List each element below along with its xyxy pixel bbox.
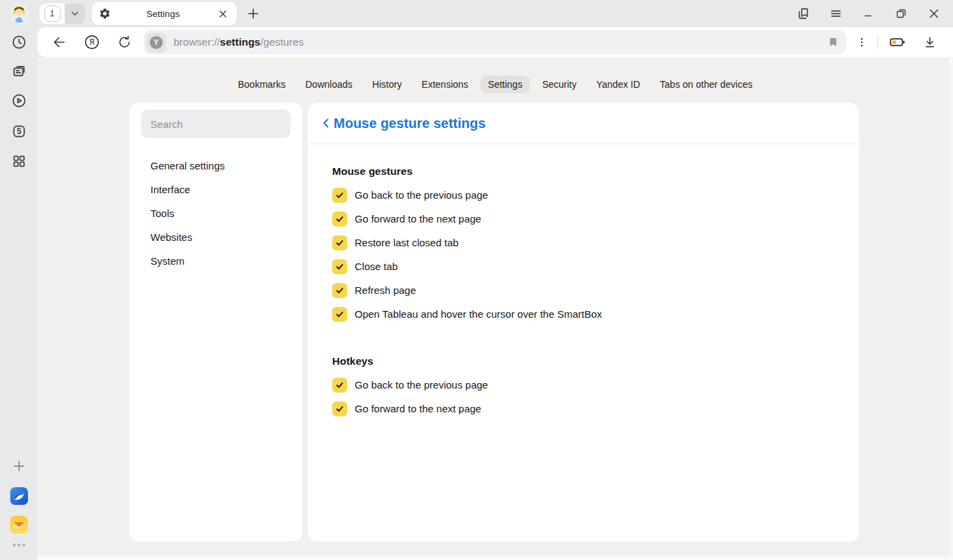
tab-count-icon: 5: [11, 123, 27, 139]
yandex-browser-app-button[interactable]: [10, 487, 28, 505]
chevron-down-icon: [70, 9, 80, 18]
checkmark-icon: [335, 214, 344, 224]
settings-menu-item[interactable]: General settings: [141, 154, 291, 178]
apps-grid-button[interactable]: [11, 153, 27, 169]
browser-toolbar: Я Y browser://settings/gestures: [37, 27, 953, 57]
checkbox-label: Refresh page: [355, 284, 416, 296]
checkbox-checked[interactable]: [332, 307, 347, 322]
kebab-icon: [856, 36, 868, 48]
settings-nav-tab[interactable]: Downloads: [298, 76, 360, 93]
tab-strip: 1 Settings: [37, 0, 953, 27]
close-icon: [927, 7, 941, 20]
tab-group-control[interactable]: 1: [39, 3, 85, 24]
close-window-button[interactable]: [918, 1, 950, 27]
settings-menu-item[interactable]: System: [141, 249, 291, 273]
yandex-browser-icon: [10, 487, 28, 505]
bookmark-page-button[interactable]: [827, 36, 839, 48]
tab-group-dropdown[interactable]: [65, 3, 85, 24]
window-controls: [787, 1, 953, 27]
tab-group-count[interactable]: 1: [39, 3, 65, 24]
checkmark-icon: [335, 380, 344, 390]
option-row: Go back to the previous page: [332, 183, 835, 207]
search-input[interactable]: [141, 110, 291, 138]
rail-add-button[interactable]: [11, 458, 27, 474]
rail-more-button[interactable]: [12, 542, 27, 548]
settings-menu-item[interactable]: Interface: [141, 178, 291, 201]
settings-menu-item[interactable]: Websites: [141, 225, 291, 249]
site-badge[interactable]: Y: [146, 33, 166, 52]
mail-icon: [10, 516, 28, 533]
settings-nav-tab[interactable]: Settings: [481, 76, 530, 93]
tab-count-badge: 1: [44, 5, 61, 22]
checkbox-checked[interactable]: [332, 188, 347, 203]
history-button[interactable]: [11, 34, 27, 50]
checkbox-label: Close tab: [355, 261, 398, 272]
grid-icon: [11, 153, 27, 169]
url-host: settings: [220, 36, 260, 48]
section-heading-hotkeys: Hotkeys: [332, 355, 835, 368]
video-button[interactable]: [11, 93, 27, 109]
panel-bookmark-icon: [796, 6, 811, 21]
new-tab-button[interactable]: [243, 3, 263, 24]
option-row: Refresh page: [332, 278, 835, 302]
settings-nav-tab[interactable]: Bookmarks: [230, 76, 293, 93]
refresh-button[interactable]: [108, 29, 141, 55]
settings-menu: General settingsInterfaceToolsWebsitesSy…: [141, 154, 291, 273]
option-row: Close tab: [332, 254, 835, 278]
restore-button[interactable]: [885, 1, 918, 27]
restore-icon: [894, 7, 908, 20]
tab-close-button[interactable]: [215, 6, 230, 21]
settings-nav-tab[interactable]: History: [365, 76, 410, 93]
minimize-button[interactable]: [852, 1, 885, 27]
checkbox-checked[interactable]: [332, 212, 347, 227]
address-bar[interactable]: Y browser://settings/gestures: [144, 30, 846, 54]
bookmark-flag-icon: [827, 36, 839, 48]
checkbox-checked[interactable]: [332, 401, 347, 416]
profile-avatar[interactable]: [9, 3, 29, 24]
checkbox-label: Go forward to the next page: [355, 403, 481, 414]
scrollbar-track[interactable]: [950, 57, 953, 560]
option-row: Go forward to the next page: [332, 397, 835, 421]
feed-button[interactable]: [11, 63, 27, 80]
yandex-home-button[interactable]: Я: [76, 29, 108, 55]
close-icon: [219, 10, 227, 18]
url-text[interactable]: browser://settings/gestures: [174, 36, 827, 48]
tab-count-button[interactable]: 5: [11, 123, 27, 139]
toolbar-more-button[interactable]: [849, 29, 875, 55]
browser-window: 5: [0, 0, 953, 560]
back-to-settings-button[interactable]: [319, 114, 334, 133]
checkmark-icon: [335, 404, 344, 414]
gear-favicon: [99, 7, 111, 20]
checkmark-icon: [335, 238, 344, 248]
menu-button[interactable]: [820, 1, 852, 27]
checkbox-checked[interactable]: [332, 235, 347, 250]
downloads-button[interactable]: [914, 29, 946, 55]
plus-icon: [247, 7, 259, 20]
active-tab[interactable]: Settings: [92, 2, 237, 25]
hamburger-icon: [829, 7, 843, 20]
checkbox-checked[interactable]: [332, 283, 347, 298]
option-row: Restore last closed tab: [332, 231, 835, 254]
back-button[interactable]: [43, 29, 76, 55]
page-title: Mouse gesture settings: [334, 116, 485, 131]
settings-nav-tab[interactable]: Extensions: [414, 76, 475, 93]
checkbox-label: Go back to the previous page: [355, 379, 488, 391]
svg-text:Я: Я: [89, 37, 95, 47]
checkbox-checked[interactable]: [332, 259, 347, 274]
settings-nav-tab[interactable]: Yandex ID: [589, 76, 647, 93]
mouse-gestures-list: Go back to the previous page Go forward …: [332, 183, 835, 326]
settings-nav-tab[interactable]: Tabs on other devices: [652, 76, 760, 93]
settings-nav-tab[interactable]: Security: [534, 76, 584, 93]
svg-text:5: 5: [16, 127, 21, 136]
side-panel-button[interactable]: [787, 1, 820, 27]
battery-saver-button[interactable]: [881, 29, 914, 55]
settings-menu-item[interactable]: Tools: [141, 201, 291, 225]
yandex-y-icon: Y: [150, 36, 163, 49]
checkbox-checked[interactable]: [332, 378, 347, 393]
ellipsis-icon: [12, 542, 27, 548]
page-content: BookmarksDownloadsHistoryExtensionsSetti…: [37, 57, 953, 560]
minimize-icon: [862, 7, 875, 20]
yandex-mail-app-button[interactable]: [10, 516, 28, 533]
option-row: Go forward to the next page: [332, 207, 835, 231]
url-scheme: browser://: [174, 36, 220, 48]
